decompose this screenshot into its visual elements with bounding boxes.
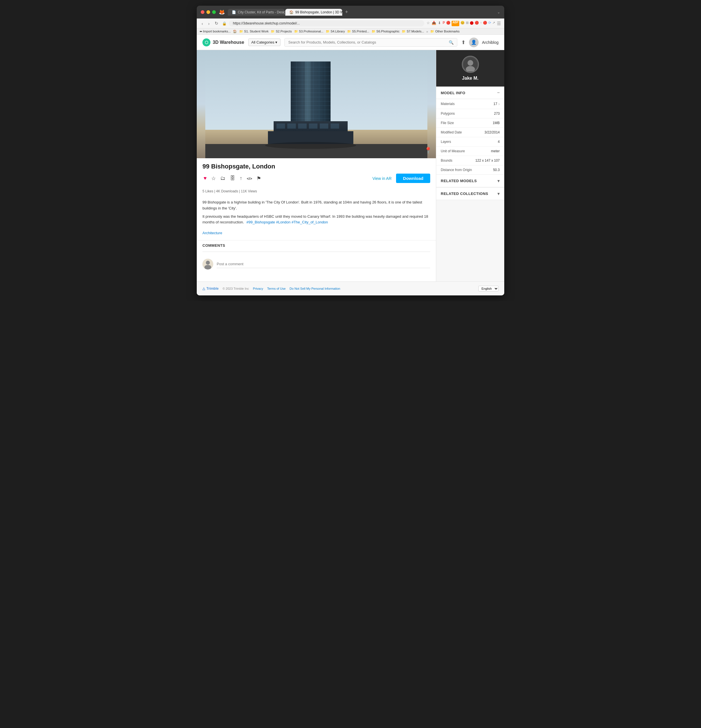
search-icon[interactable]: 🔍 <box>449 40 453 45</box>
bookmark-s2[interactable]: 📁 S2.Projects <box>271 30 291 33</box>
architecture-tag[interactable]: Architecture <box>203 231 222 235</box>
terms-link[interactable]: Terms of Use <box>267 287 285 290</box>
tab-bishopsgate[interactable]: 🏠 99 Bishopsgate, London | 3D W... ✕ <box>285 9 342 16</box>
site-logo[interactable]: ⬡ 3D Warehouse <box>203 38 244 46</box>
tab-city-cluster[interactable]: 📄 City Cluster, Kit of Parts - Desig... … <box>228 9 285 16</box>
address-input[interactable] <box>229 20 424 26</box>
page-footer: △ Trimble © 2023 Trimble Inc Privacy Ter… <box>197 282 504 295</box>
share-button[interactable]: ↑ <box>239 174 243 182</box>
archive-button[interactable]: 🗄 <box>229 174 236 182</box>
polygons-label: Polygons <box>441 111 494 116</box>
bookmark-import[interactable]: ⬅ Import bookmarks... <box>200 30 230 33</box>
notify-icon[interactable]: 🔴 <box>475 21 479 26</box>
username-label[interactable]: Archiblog <box>482 40 498 45</box>
bookmarks-bar: ⬅ Import bookmarks... 🏠 📁 S1. Student Wo… <box>197 29 504 35</box>
avatar-icon: 👤 <box>471 40 477 45</box>
distance-label: Distance from Origin <box>441 168 493 172</box>
tab-overflow-button[interactable]: ⌄ <box>497 10 500 14</box>
report-button[interactable]: ⚑ <box>255 174 262 183</box>
abp-icon[interactable]: ABP <box>452 21 459 26</box>
tab-label: 99 Bishopsgate, London | 3D W... <box>295 10 342 14</box>
embed-button[interactable]: </> <box>246 174 253 182</box>
title-bar: 🦊 📄 City Cluster, Kit of Parts - Desig..… <box>197 6 504 19</box>
bookmark-s3[interactable]: 📁 S3.Professional... <box>294 30 323 33</box>
do-not-sell-link[interactable]: Do Not Sell My Personal Information <box>290 287 340 290</box>
addon-icon[interactable]: 🔴 <box>446 21 450 26</box>
modified-value: 3/22/2014 <box>485 130 500 134</box>
info-row-bounds: Bounds 122 x 147 x 107 <box>436 156 504 165</box>
language-select[interactable]: English <box>478 286 498 292</box>
pinterest-icon[interactable]: P <box>443 21 445 26</box>
bookmark-overflow[interactable]: » <box>426 30 428 33</box>
new-tab-button[interactable]: + <box>343 9 350 16</box>
model-title: 99 Bishopsgate, London <box>203 163 430 170</box>
grid-icon[interactable]: ⊞ <box>466 21 469 26</box>
svg-rect-31 <box>320 124 328 129</box>
related-collections-header[interactable]: RELATED COLLECTIONS ▾ <box>436 188 504 200</box>
arrow-up-icon[interactable]: ↑ <box>480 21 482 26</box>
bookmark-s1[interactable]: 📁 S1. Student Work <box>239 30 268 33</box>
like-button[interactable]: ♥ <box>203 174 208 182</box>
svg-rect-28 <box>287 124 296 129</box>
model-info-header[interactable]: MODEL INFO − <box>436 87 504 99</box>
bookmark-other[interactable]: 📁 Other Bookmarks <box>430 30 459 33</box>
forward-button[interactable]: › <box>207 20 211 26</box>
close-window-button[interactable] <box>201 10 204 14</box>
bookmark-home[interactable]: 🏠 <box>233 30 237 33</box>
back-button[interactable]: ‹ <box>200 20 204 26</box>
svg-point-37 <box>204 265 211 270</box>
addon2-icon[interactable]: 🔴 <box>483 21 487 26</box>
related-models-toggle[interactable]: ▾ <box>497 178 500 183</box>
related-collections-toggle[interactable]: ▾ <box>497 191 500 196</box>
author-avatar[interactable] <box>462 56 479 73</box>
bookmark-s5[interactable]: 📁 S5.Printed... <box>347 30 369 33</box>
face-icon[interactable]: 😊 <box>461 21 465 26</box>
bookmark-star-icon[interactable]: ☆ <box>427 21 430 26</box>
privacy-link[interactable]: Privacy <box>253 287 263 290</box>
info-row-filesize: File Size 1MB <box>436 118 504 128</box>
tab-favicon: 🏠 <box>289 10 294 14</box>
materials-arrow[interactable]: › <box>498 102 500 106</box>
red-icon[interactable]: ⬤ <box>470 21 474 26</box>
user-avatar[interactable]: 👤 <box>469 38 479 47</box>
download-icon[interactable]: ⬇ <box>438 21 441 26</box>
comment-input[interactable] <box>217 260 430 268</box>
author-avatar-svg <box>463 57 478 71</box>
tab-label: City Cluster, Kit of Parts - Desig... <box>238 10 285 14</box>
bookmark-s7[interactable]: 📁 S7.Models... <box>402 30 424 33</box>
polygons-value: 273 <box>494 111 500 116</box>
share-ext-icon[interactable]: ↗ <box>492 21 495 26</box>
hashtags[interactable]: #99_Bishopsgate #London #The_City_of_Lon… <box>246 220 328 224</box>
search-bar[interactable]: 🔍 <box>284 38 457 47</box>
download-button[interactable]: Download <box>396 173 430 183</box>
svg-rect-27 <box>277 124 285 129</box>
model-info-toggle[interactable]: − <box>497 90 500 95</box>
category-select[interactable]: All Categories ▾ <box>248 38 281 46</box>
code-icon: </> <box>247 176 252 181</box>
materials-label: Materials <box>441 102 494 106</box>
menu-button[interactable]: ☰ <box>497 21 501 26</box>
maximize-window-button[interactable] <box>212 10 216 14</box>
layers-value: 4 <box>498 140 500 144</box>
search-input[interactable] <box>288 40 446 45</box>
minimize-window-button[interactable] <box>206 10 210 14</box>
downloads-count: 4K Downloads <box>216 189 238 193</box>
related-models-header[interactable]: RELATED MODELS ▾ <box>436 175 504 187</box>
view-ar-button[interactable]: View in AR <box>372 176 391 181</box>
distance-value: 50.3 <box>493 168 500 172</box>
favorite-button[interactable]: ☆ <box>210 174 217 183</box>
left-column: 📍 99 Bishopsgate, London ♥ ☆ 🗂 🗄 ↑ </> <box>197 50 436 282</box>
reload-button[interactable]: ↻ <box>213 20 220 26</box>
modified-label: Modified Date <box>441 130 485 134</box>
bookmark-s6[interactable]: 📁 S6.Photographic <box>372 30 400 33</box>
bookmark-s4[interactable]: 📁 S4.Library <box>326 30 345 33</box>
pocket-icon[interactable]: 📥 <box>432 21 436 26</box>
collection-button[interactable]: 🗂 <box>219 174 227 182</box>
footer-logo: △ Trimble <box>203 287 219 290</box>
comments-section: COMMENTS <box>197 240 436 276</box>
map-pin-icon[interactable]: 📍 <box>424 147 432 154</box>
related-collections-section: RELATED COLLECTIONS ▾ <box>436 187 504 200</box>
sync-icon[interactable]: ⟳ <box>488 21 491 26</box>
address-bar-icons: ☆ 📥 ⬇ P 🔴 ABP 😊 ⊞ ⬤ 🔴 ↑ 🔴 ⟳ ↗ ☰ <box>427 21 501 26</box>
upload-button[interactable]: ⬆ <box>461 39 465 46</box>
